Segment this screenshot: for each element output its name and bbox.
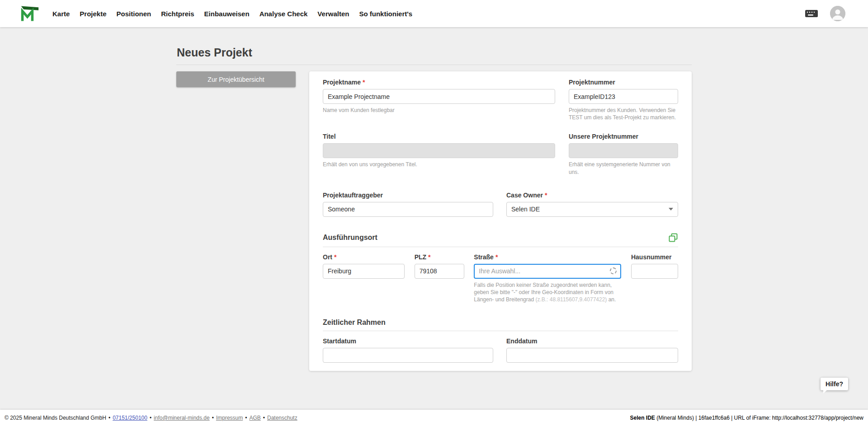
projektnummer-label: Projektnummer (569, 79, 678, 86)
copy-icon[interactable] (668, 233, 678, 243)
projektnummer-helper: Projektnummer des Kunden. Verwenden Sie … (569, 107, 678, 121)
ort-label: Ort* (323, 253, 405, 261)
help-button-label: Hilfe? (826, 380, 843, 388)
main-content: Neues Projekt Zur Projektübersicht Proje… (0, 27, 868, 371)
case-owner-label: Case Owner* (506, 192, 678, 199)
copyright-text: © 2025 Mineral Minds Deutschland GmbH (5, 415, 106, 421)
ort-label-text: Ort (323, 253, 332, 261)
new-project-form-card: Projektname* Name vom Kunden festlegbar … (309, 71, 692, 371)
back-to-project-overview-button[interactable]: Zur Projektübersicht (176, 71, 296, 87)
phone-link[interactable]: 07151/250100 (113, 415, 147, 421)
separator-dot: • (212, 415, 214, 421)
separator-dot: • (108, 415, 110, 421)
required-asterisk: * (428, 253, 430, 261)
help-button[interactable]: Hilfe? (821, 378, 848, 390)
enddatum-label: Enddatum (506, 337, 678, 345)
case-owner-label-text: Case Owner (506, 192, 543, 199)
required-asterisk: * (334, 253, 336, 261)
section-title-zeitlicher-rahmen: Zeitlicher Rahmen (323, 318, 386, 327)
title-divider (176, 65, 692, 65)
enddatum-input[interactable] (506, 348, 678, 363)
projektauftraggeber-label: Projektauftraggeber (323, 192, 493, 199)
strasse-helper-example: (z.B.: 48.8115607,9.4077422) (535, 296, 607, 303)
strasse-helper: Falls die Position keiner Straße zugeord… (474, 281, 621, 304)
impressum-link[interactable]: Impressum (216, 415, 243, 421)
projektname-helper: Name vom Kunden festlegbar (323, 107, 555, 114)
projektname-input[interactable] (323, 89, 555, 104)
server-icon[interactable] (805, 9, 818, 19)
user-avatar[interactable] (830, 6, 845, 21)
main-nav: Karte Projekte Positionen Richtpreis Ein… (47, 6, 417, 22)
nav-item-positionen[interactable]: Positionen (112, 6, 156, 22)
datenschutz-link[interactable]: Datenschutz (267, 415, 297, 421)
unsere-projektnummer-label: Unsere Projektnummer (569, 133, 678, 140)
required-asterisk: * (545, 192, 547, 199)
titel-label: Titel (323, 133, 555, 140)
case-owner-select[interactable]: Selen IDE (506, 202, 678, 217)
footer: © 2025 Mineral Minds Deutschland GmbH • … (0, 410, 868, 426)
mineral-minds-logo[interactable] (20, 5, 39, 23)
nav-item-so-funktionierts[interactable]: So funktioniert's (354, 6, 417, 22)
nav-item-projekte[interactable]: Projekte (75, 6, 111, 22)
strasse-label: Straße* (474, 253, 621, 261)
unsere-projektnummer-input (569, 143, 678, 158)
agb-link[interactable]: AGB (249, 415, 260, 421)
separator-dot: • (245, 415, 247, 421)
plz-input[interactable] (415, 264, 464, 279)
nav-item-verwalten[interactable]: Verwalten (312, 6, 354, 22)
nav-item-einbauweisen[interactable]: Einbauweisen (199, 6, 255, 22)
strasse-helper-suffix: an. (607, 296, 616, 303)
projektname-label-text: Projektname (323, 79, 361, 86)
startdatum-input[interactable] (323, 348, 493, 363)
footer-session-info: Selen IDE (Mineral Minds) | 16fae1ffc6a6… (630, 415, 864, 421)
separator-dot: • (263, 415, 265, 421)
required-asterisk: * (363, 79, 365, 86)
chevron-down-icon (669, 208, 673, 211)
nav-item-karte[interactable]: Karte (47, 6, 75, 22)
separator-dot: • (150, 415, 151, 421)
titel-input (323, 143, 555, 158)
footer-left: © 2025 Mineral Minds Deutschland GmbH • … (5, 415, 297, 421)
case-owner-selected-value: Selen IDE (511, 206, 540, 213)
page-title: Neues Projekt (177, 46, 692, 59)
section-title-ausfuehrungsort: Ausführungsort (323, 234, 377, 242)
projektauftraggeber-input[interactable] (323, 202, 493, 217)
top-nav: Karte Projekte Positionen Richtpreis Ein… (0, 0, 868, 27)
strasse-label-text: Straße (474, 253, 494, 261)
nav-item-analyse-check[interactable]: Analyse Check (255, 6, 313, 22)
required-asterisk: * (495, 253, 498, 261)
section-divider (323, 331, 678, 331)
hausnummer-label: Hausnummer (631, 253, 678, 261)
plz-label: PLZ* (415, 253, 464, 261)
projektnummer-input[interactable] (569, 89, 678, 104)
nav-item-richtpreis[interactable]: Richtpreis (156, 6, 199, 22)
hausnummer-input[interactable] (631, 264, 678, 279)
titel-helper: Erhält den von uns vorgegebenen Titel. (323, 161, 555, 168)
projektname-label: Projektname* (323, 79, 555, 86)
startdatum-label: Startdatum (323, 337, 493, 345)
session-user: Selen IDE (630, 415, 655, 421)
ort-input[interactable] (323, 264, 405, 279)
strasse-input[interactable] (474, 264, 621, 279)
section-divider (323, 247, 678, 247)
nav-right-actions (805, 6, 845, 21)
session-details: (Mineral Minds) | 16fae1ffc6a6 | URL of … (655, 415, 863, 421)
unsere-projektnummer-helper: Erhält eine systemgenerierte Nummer von … (569, 161, 678, 175)
email-link[interactable]: info@mineral-minds.de (154, 415, 210, 421)
plz-label-text: PLZ (415, 253, 426, 261)
